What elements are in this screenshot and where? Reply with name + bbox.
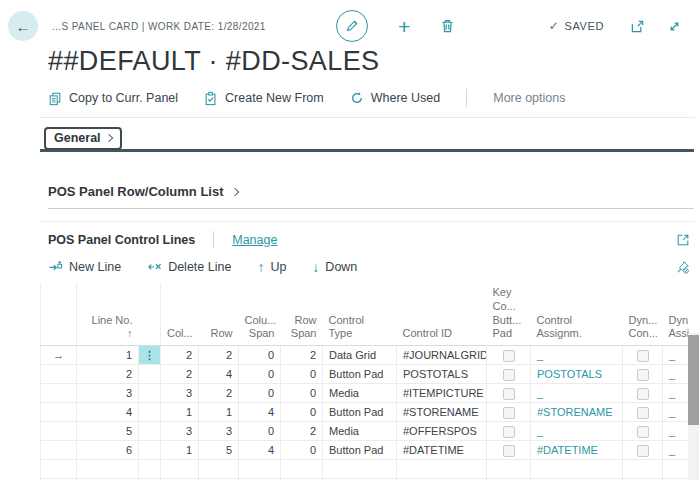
cell-control-assignm[interactable]: _ bbox=[531, 422, 623, 441]
cell-line-no[interactable]: 5 bbox=[77, 422, 139, 441]
cell-dyn-assi[interactable]: _ bbox=[663, 422, 689, 441]
cell-column-span[interactable]: 4 bbox=[239, 403, 281, 422]
cell-col[interactable]: 1 bbox=[161, 403, 199, 422]
checkbox-icon[interactable] bbox=[503, 407, 515, 419]
cell-dyn-assi[interactable]: _ bbox=[663, 365, 689, 384]
cell-row-span[interactable]: 2 bbox=[281, 346, 323, 365]
cell-column-span[interactable]: 0 bbox=[239, 384, 281, 403]
checkbox-icon[interactable] bbox=[637, 388, 649, 400]
new-line-button[interactable]: New Line bbox=[48, 260, 121, 274]
empty-cell[interactable] bbox=[531, 460, 623, 479]
checkbox-icon[interactable] bbox=[503, 388, 515, 400]
cell-dyn-con[interactable] bbox=[623, 403, 663, 422]
cell-col[interactable]: 3 bbox=[161, 384, 199, 403]
empty-cell[interactable] bbox=[281, 460, 323, 479]
cell-column-span[interactable]: 4 bbox=[239, 441, 281, 460]
delete-line-button[interactable]: Delete Line bbox=[147, 260, 231, 274]
empty-cell[interactable] bbox=[663, 460, 689, 479]
cell-row-span[interactable]: 0 bbox=[281, 441, 323, 460]
cell-col[interactable]: 2 bbox=[161, 365, 199, 384]
cell-control-assignm[interactable]: #DATETIME bbox=[531, 441, 623, 460]
cell-col[interactable]: 2 bbox=[161, 346, 199, 365]
empty-cell[interactable] bbox=[623, 460, 663, 479]
cell-control-id[interactable]: #DATETIME bbox=[397, 441, 487, 460]
cell-row[interactable]: 2 bbox=[199, 346, 239, 365]
cell-col[interactable]: 3 bbox=[161, 422, 199, 441]
col-header-row-span[interactable]: Row Span bbox=[281, 283, 323, 346]
fullscreen-button[interactable] bbox=[667, 19, 682, 34]
cell-col[interactable]: 1 bbox=[161, 441, 199, 460]
cell-key-command-button-pad[interactable] bbox=[487, 422, 531, 441]
cell-key-command-button-pad[interactable] bbox=[487, 403, 531, 422]
cell-dyn-con[interactable] bbox=[623, 422, 663, 441]
cell-key-command-button-pad[interactable] bbox=[487, 441, 531, 460]
cell-row[interactable]: 3 bbox=[199, 422, 239, 441]
empty-cell[interactable] bbox=[161, 460, 199, 479]
cell-row[interactable]: 5 bbox=[199, 441, 239, 460]
cell-control-id[interactable]: #ITEMPICTURE bbox=[397, 384, 487, 403]
row-kebab-menu[interactable]: ⋮ bbox=[139, 346, 161, 365]
empty-cell[interactable] bbox=[139, 460, 161, 479]
cell-dyn-con[interactable] bbox=[623, 384, 663, 403]
col-header-control-id[interactable]: Control ID bbox=[397, 283, 487, 346]
add-button[interactable]: + bbox=[398, 16, 410, 37]
cell-control-type[interactable]: Media bbox=[323, 422, 397, 441]
delete-button[interactable] bbox=[440, 18, 455, 34]
cell-control-assignm[interactable]: POSTOTALS bbox=[531, 365, 623, 384]
cell-control-id[interactable]: POSTOTALS bbox=[397, 365, 487, 384]
cell-dyn-con[interactable] bbox=[623, 346, 663, 365]
section-row-column-list[interactable]: POS Panel Row/Column List bbox=[48, 184, 694, 209]
checkbox-icon[interactable] bbox=[637, 445, 649, 457]
row-kebab-menu[interactable] bbox=[139, 441, 161, 460]
more-options-button[interactable]: More options bbox=[493, 91, 565, 105]
cell-line-no[interactable]: 3 bbox=[77, 384, 139, 403]
cell-column-span[interactable]: 0 bbox=[239, 422, 281, 441]
checkbox-icon[interactable] bbox=[503, 350, 515, 362]
col-header-control-assignm[interactable]: Control Assignm. bbox=[531, 283, 623, 346]
cell-control-id[interactable]: #OFFERSPOS bbox=[397, 422, 487, 441]
row-kebab-menu[interactable] bbox=[139, 384, 161, 403]
empty-cell[interactable] bbox=[199, 460, 239, 479]
cell-control-id[interactable]: #JOURNALGRID bbox=[397, 346, 487, 365]
cell-control-type[interactable]: Data Grid bbox=[323, 346, 397, 365]
col-header-control-type[interactable]: Control Type bbox=[323, 283, 397, 346]
col-header-dyn-con[interactable]: Dyn... Con... bbox=[623, 283, 663, 346]
checkbox-icon[interactable] bbox=[637, 426, 649, 438]
cell-row-span[interactable]: 0 bbox=[281, 384, 323, 403]
col-header-col[interactable]: Col... bbox=[161, 283, 199, 346]
scrollbar-thumb[interactable] bbox=[688, 335, 699, 425]
open-in-new-window-button[interactable] bbox=[630, 19, 645, 34]
cell-row[interactable]: 2 bbox=[199, 384, 239, 403]
cell-line-no[interactable]: 6 bbox=[77, 441, 139, 460]
checkbox-icon[interactable] bbox=[503, 445, 515, 457]
cell-control-assignm[interactable]: _ bbox=[531, 346, 623, 365]
checkbox-icon[interactable] bbox=[503, 426, 515, 438]
cell-control-assignm[interactable]: #STORENAME bbox=[531, 403, 623, 422]
empty-cell[interactable] bbox=[77, 460, 139, 479]
col-header-line-no[interactable]: Line No. ↑ bbox=[77, 283, 139, 346]
cell-dyn-assi[interactable]: _ bbox=[663, 403, 689, 422]
empty-cell[interactable] bbox=[487, 460, 531, 479]
empty-cell[interactable] bbox=[41, 460, 77, 479]
cell-dyn-assi[interactable]: _ bbox=[663, 384, 689, 403]
col-header-column-span[interactable]: Colu... Span bbox=[239, 283, 281, 346]
tab-general[interactable]: General bbox=[44, 127, 122, 150]
cell-control-type[interactable]: Button Pad bbox=[323, 403, 397, 422]
row-kebab-menu[interactable] bbox=[139, 403, 161, 422]
cell-column-span[interactable]: 0 bbox=[239, 346, 281, 365]
cell-dyn-assi[interactable]: _ bbox=[663, 346, 689, 365]
cell-control-assignm[interactable]: _ bbox=[531, 384, 623, 403]
cell-row[interactable]: 1 bbox=[199, 403, 239, 422]
cell-line-no[interactable]: 1 bbox=[77, 346, 139, 365]
cell-dyn-con[interactable] bbox=[623, 441, 663, 460]
create-new-from-button[interactable]: Create New From bbox=[204, 91, 324, 106]
vertical-scrollbar[interactable] bbox=[688, 333, 699, 480]
checkbox-icon[interactable] bbox=[503, 369, 515, 381]
move-up-button[interactable]: ↑ Up bbox=[257, 259, 286, 275]
edit-button[interactable] bbox=[336, 10, 368, 42]
row-kebab-menu[interactable] bbox=[139, 365, 161, 384]
cell-key-command-button-pad[interactable] bbox=[487, 346, 531, 365]
cell-dyn-con[interactable] bbox=[623, 365, 663, 384]
checkbox-icon[interactable] bbox=[637, 407, 649, 419]
cell-control-type[interactable]: Button Pad bbox=[323, 365, 397, 384]
